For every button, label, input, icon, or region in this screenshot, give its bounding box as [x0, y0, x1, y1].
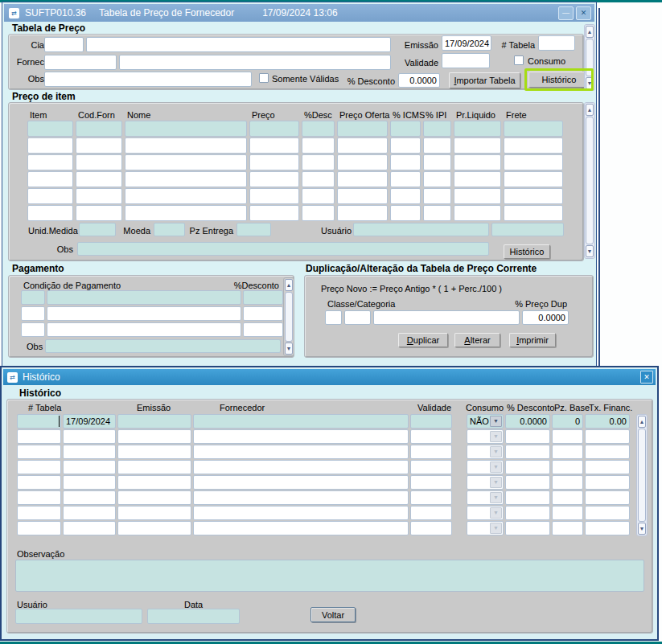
- grid-cell[interactable]: [504, 121, 563, 137]
- grid-cell[interactable]: [410, 490, 452, 505]
- grid-cell[interactable]: [505, 490, 550, 505]
- grid-cell[interactable]: [193, 445, 409, 459]
- grid-cell[interactable]: [76, 205, 122, 221]
- grid-cell[interactable]: [302, 121, 335, 137]
- grid-cell[interactable]: [125, 205, 247, 221]
- grid-cell[interactable]: [302, 154, 335, 170]
- classe-input[interactable]: [325, 310, 342, 325]
- grid-cell[interactable]: [76, 121, 122, 137]
- grid-cell[interactable]: [63, 506, 116, 520]
- grid-cell[interactable]: [117, 445, 191, 459]
- grid-cell[interactable]: ▼: [467, 521, 504, 535]
- observacao-textarea[interactable]: [15, 560, 644, 592]
- grid-cell[interactable]: [454, 188, 501, 204]
- grid-cell[interactable]: [585, 460, 630, 474]
- scrollbar-pagamento[interactable]: ▲ ▼: [283, 277, 294, 356]
- grid-cell[interactable]: [410, 475, 452, 490]
- grid-cell[interactable]: [76, 171, 122, 187]
- scrollbar-historico[interactable]: ▲ ▼: [636, 414, 648, 536]
- dropdown-arrow-icon[interactable]: ▼: [490, 446, 502, 457]
- grid-cell[interactable]: [117, 429, 191, 444]
- grid-cell[interactable]: [302, 205, 335, 221]
- grid-cell[interactable]: [243, 322, 283, 337]
- grid-cell[interactable]: [249, 121, 299, 137]
- grid-cell[interactable]: [249, 154, 299, 170]
- minimize-icon[interactable]: —: [558, 6, 574, 20]
- grid-cell[interactable]: [390, 154, 421, 170]
- num-tabela-input[interactable]: [538, 35, 575, 51]
- pagamento-obs-field[interactable]: [45, 339, 281, 353]
- grid-cell[interactable]: [117, 506, 191, 520]
- grid-cell[interactable]: [552, 429, 583, 444]
- grid-cell[interactable]: [76, 188, 122, 204]
- grid-cell[interactable]: [585, 445, 630, 459]
- grid-cell[interactable]: [117, 521, 191, 535]
- voltar-button[interactable]: Voltar: [310, 607, 356, 622]
- desconto-input[interactable]: 0.0000: [398, 73, 440, 88]
- grid-cell[interactable]: [585, 521, 630, 535]
- grid-cell[interactable]: [504, 188, 563, 204]
- grid-cell[interactable]: [63, 460, 116, 474]
- grid-cell[interactable]: [390, 171, 421, 187]
- grid-cell[interactable]: [454, 137, 501, 154]
- scroll-down-icon[interactable]: ▼: [586, 245, 594, 257]
- cell-fornecedor-nome[interactable]: [193, 414, 409, 429]
- scroll-up-icon[interactable]: ▲: [586, 104, 594, 116]
- obs-input[interactable]: [44, 72, 252, 87]
- grid-cell[interactable]: [504, 137, 563, 154]
- grid-cell[interactable]: [505, 445, 550, 459]
- grid-cell[interactable]: [423, 188, 451, 204]
- grid-cell[interactable]: [63, 475, 116, 490]
- scroll-down-icon[interactable]: ▼: [638, 523, 646, 535]
- grid-cell[interactable]: [27, 154, 73, 170]
- grid-cell[interactable]: [125, 171, 247, 187]
- close-icon[interactable]: ✕: [576, 6, 591, 20]
- grid-cell[interactable]: [117, 475, 191, 490]
- somente-validas-checkbox[interactable]: [259, 73, 269, 83]
- cia-name-input[interactable]: [86, 37, 391, 52]
- grid-cell[interactable]: ▼: [467, 460, 504, 474]
- preco-dup-input[interactable]: 0.0000: [522, 310, 569, 325]
- dropdown-arrow-icon[interactable]: ▼: [490, 416, 502, 427]
- dialog-close-icon[interactable]: ✕: [640, 371, 653, 384]
- grid-cell[interactable]: [27, 137, 73, 154]
- grid-cell[interactable]: [423, 137, 451, 154]
- grid-cell[interactable]: [410, 521, 452, 535]
- grid-cell[interactable]: [27, 171, 73, 187]
- grid-cell[interactable]: [423, 154, 451, 170]
- grid-cell[interactable]: [63, 521, 116, 535]
- grid-cell[interactable]: ▼: [467, 506, 504, 520]
- grid-cell[interactable]: [552, 506, 583, 520]
- imprimir-button[interactable]: Imprimir: [509, 333, 556, 347]
- dropdown-arrow-icon[interactable]: ▼: [490, 461, 502, 473]
- grid-cell[interactable]: [505, 506, 550, 520]
- grid-cell[interactable]: [17, 506, 61, 520]
- grid-cell[interactable]: ▼: [467, 445, 504, 459]
- grid-cell[interactable]: [585, 490, 630, 505]
- cia-code-input[interactable]: [44, 37, 84, 52]
- item-obs-field[interactable]: [77, 242, 489, 256]
- grid-cell[interactable]: [504, 171, 563, 187]
- grid-cell[interactable]: [17, 429, 61, 444]
- grid-cell[interactable]: [21, 322, 45, 337]
- usuario-field-2[interactable]: [491, 223, 564, 236]
- grid-cell[interactable]: [505, 460, 550, 474]
- cell-validade[interactable]: [410, 414, 452, 429]
- cell-num-tabela[interactable]: [17, 414, 61, 429]
- scrollbar-thumb[interactable]: [285, 292, 293, 342]
- grid-cell[interactable]: [390, 137, 421, 154]
- grid-cell[interactable]: [454, 171, 501, 187]
- dropdown-arrow-icon[interactable]: ▼: [490, 477, 502, 488]
- grid-cell[interactable]: [125, 188, 247, 204]
- grid-cell[interactable]: [63, 445, 116, 459]
- categoria-input[interactable]: [344, 310, 371, 325]
- grid-cell[interactable]: [410, 506, 452, 520]
- grid-cell[interactable]: [585, 475, 630, 490]
- grid-cell[interactable]: [423, 205, 451, 221]
- fornec-code-input[interactable]: [44, 55, 117, 70]
- pz-entrega-field[interactable]: [236, 223, 271, 236]
- grid-cell[interactable]: [249, 137, 299, 154]
- dropdown-arrow-icon[interactable]: ▼: [490, 431, 502, 442]
- grid-cell[interactable]: [552, 475, 583, 490]
- validade-input[interactable]: [442, 53, 490, 68]
